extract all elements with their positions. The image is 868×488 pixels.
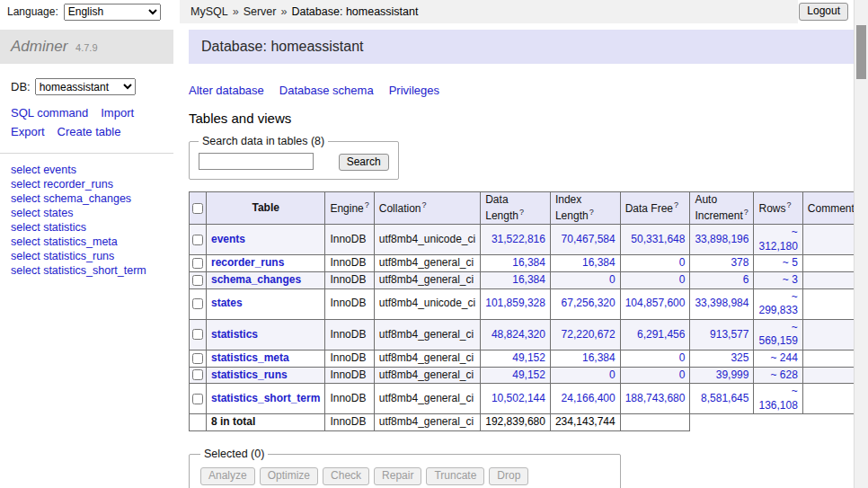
cell-data-length-link[interactable]: 16,384: [512, 273, 545, 286]
cell-auto-increment-link[interactable]: 913,577: [710, 328, 748, 341]
repair-button[interactable]: Repair: [374, 467, 421, 485]
table-link[interactable]: recorder_runs: [211, 256, 284, 269]
cell-data-free-link[interactable]: 0: [679, 368, 686, 381]
cell-rows-link[interactable]: ~ 5: [783, 256, 798, 269]
cell-data-free-link[interactable]: 0: [679, 273, 686, 286]
column-help-icon[interactable]: ?: [786, 200, 791, 209]
cell-data-length-link[interactable]: 31,522,816: [492, 233, 545, 245]
column-help-icon[interactable]: ?: [744, 208, 748, 217]
cell-rows-link[interactable]: ~ 3: [783, 273, 798, 286]
sidebar-table-link[interactable]: select events: [11, 163, 163, 177]
table-link[interactable]: schema_changes: [211, 273, 301, 286]
column-help-icon[interactable]: ?: [519, 208, 524, 217]
breadcrumb-link-mysql[interactable]: MySQL: [190, 5, 228, 18]
sidebar-table-link[interactable]: select statistics_runs: [11, 249, 163, 263]
cell-rows-link[interactable]: ~ 299,833: [758, 290, 797, 317]
sidebar-table-link[interactable]: select schema_changes: [11, 191, 163, 206]
cell-data-length-link[interactable]: 16,384: [512, 256, 545, 269]
cell-rows: ~ 628: [754, 367, 802, 384]
sidebar-table-link[interactable]: select statistics: [11, 220, 163, 235]
table-link[interactable]: statistics: [211, 328, 258, 341]
cell-index-length: 0: [550, 367, 620, 384]
sidebar-action-link[interactable]: Import: [101, 104, 134, 123]
cell-rows-link[interactable]: ~ 312,180: [758, 226, 797, 253]
sidebar-action-link[interactable]: Export: [11, 123, 45, 142]
sidebar-table-link[interactable]: select states: [11, 206, 163, 220]
cell-data-free-link[interactable]: 6,291,456: [637, 328, 685, 341]
analyze-button[interactable]: Analyze: [200, 467, 255, 485]
column-help-icon[interactable]: ?: [674, 200, 678, 209]
table-link[interactable]: events: [211, 233, 245, 245]
cell-index-length-link[interactable]: 72,220,672: [562, 328, 616, 341]
breadcrumb-link-server[interactable]: Server: [244, 5, 277, 18]
cell-data-free-link[interactable]: 50,331,648: [631, 233, 685, 245]
column-help-icon[interactable]: ?: [365, 200, 369, 209]
column-help-icon[interactable]: ?: [589, 208, 594, 217]
cell-data-free-link[interactable]: 0: [679, 351, 686, 364]
drop-button[interactable]: Drop: [489, 467, 528, 485]
scrollbar[interactable]: [854, 0, 868, 488]
cell-index-length-link[interactable]: 0: [609, 368, 616, 381]
cell-auto-increment-link[interactable]: 39,999: [716, 368, 749, 381]
check-button[interactable]: Check: [323, 467, 369, 485]
scrollbar-thumb[interactable]: [856, 25, 866, 79]
cell-rows-link[interactable]: ~ 244: [770, 351, 797, 364]
cell-index-length-link[interactable]: 0: [609, 273, 616, 286]
cell-rows-link[interactable]: ~ 569,159: [758, 321, 797, 348]
cell-index-length-link[interactable]: 67,256,320: [562, 297, 616, 309]
cell-rows: ~ 569,159: [754, 319, 802, 350]
column-help-icon[interactable]: ?: [421, 200, 426, 209]
cell-data-length-link[interactable]: 101,859,328: [485, 297, 545, 309]
row-checkbox[interactable]: [192, 258, 203, 269]
sidebar-table-link[interactable]: select statistics_meta: [11, 235, 163, 249]
row-checkbox[interactable]: [192, 275, 203, 286]
cell-data-free-link[interactable]: 188,743,680: [625, 392, 686, 404]
table-link[interactable]: statistics_runs: [211, 368, 288, 381]
cell-auto-increment-link[interactable]: 33,898,196: [695, 233, 748, 245]
truncate-button[interactable]: Truncate: [426, 467, 484, 485]
db-label: DB:: [11, 80, 31, 93]
cell-index-length-link[interactable]: 16,384: [582, 351, 616, 364]
cell-auto-increment-link[interactable]: 8,581,645: [701, 392, 748, 404]
cell-auto-increment-link[interactable]: 378: [731, 256, 748, 269]
table-link[interactable]: statistics_short_term: [211, 392, 320, 404]
table-link[interactable]: states: [211, 297, 243, 309]
language-select[interactable]: English: [64, 4, 161, 21]
search-button[interactable]: Search: [339, 154, 389, 172]
row-checkbox[interactable]: [192, 329, 203, 340]
cell-auto-increment-link[interactable]: 6: [743, 273, 749, 286]
database-action-link[interactable]: Database schema: [279, 84, 374, 97]
cell-data-free-link[interactable]: 0: [679, 256, 686, 269]
cell-rows-link[interactable]: ~ 136,108: [758, 385, 797, 412]
database-action-link[interactable]: Alter database: [189, 84, 264, 97]
search-input[interactable]: [199, 153, 314, 170]
cell-data-length-link[interactable]: 49,152: [512, 368, 545, 381]
sidebar-action-link[interactable]: Create table: [58, 123, 121, 142]
database-action-link[interactable]: Privileges: [389, 84, 439, 97]
row-checkbox[interactable]: [192, 369, 203, 380]
table-link[interactable]: statistics_meta: [211, 351, 289, 364]
row-checkbox[interactable]: [192, 235, 203, 245]
cell-data-length-link[interactable]: 10,502,144: [492, 392, 545, 404]
cell-data-length-link[interactable]: 48,824,320: [492, 328, 545, 341]
cell-rows-link[interactable]: ~ 628: [770, 368, 797, 381]
cell-index-length-link[interactable]: 70,467,584: [562, 233, 616, 245]
cell-auto-increment-link[interactable]: 33,398,984: [695, 297, 748, 309]
cell-index-length-link[interactable]: 16,384: [582, 256, 616, 269]
total-empty-cell: [190, 414, 207, 431]
logout-button[interactable]: Logout: [799, 3, 848, 21]
cell-data-length-link[interactable]: 49,152: [512, 351, 545, 364]
cell-index-length-link[interactable]: 24,166,400: [562, 392, 616, 404]
optimize-button[interactable]: Optimize: [260, 467, 318, 485]
sidebar-table-link[interactable]: select statistics_short_term: [11, 263, 163, 278]
row-checkbox[interactable]: [192, 298, 203, 309]
cell-data-free-link[interactable]: 104,857,600: [625, 297, 686, 309]
db-select[interactable]: homeassistant: [35, 78, 136, 95]
total-label: 8 in total: [207, 414, 325, 431]
row-checkbox[interactable]: [192, 394, 203, 404]
cell-auto-increment-link[interactable]: 325: [731, 351, 748, 364]
row-checkbox[interactable]: [192, 353, 203, 364]
select-all-checkbox[interactable]: [192, 203, 203, 214]
sidebar-action-link[interactable]: SQL command: [11, 104, 88, 123]
sidebar-table-link[interactable]: select recorder_runs: [11, 177, 163, 191]
